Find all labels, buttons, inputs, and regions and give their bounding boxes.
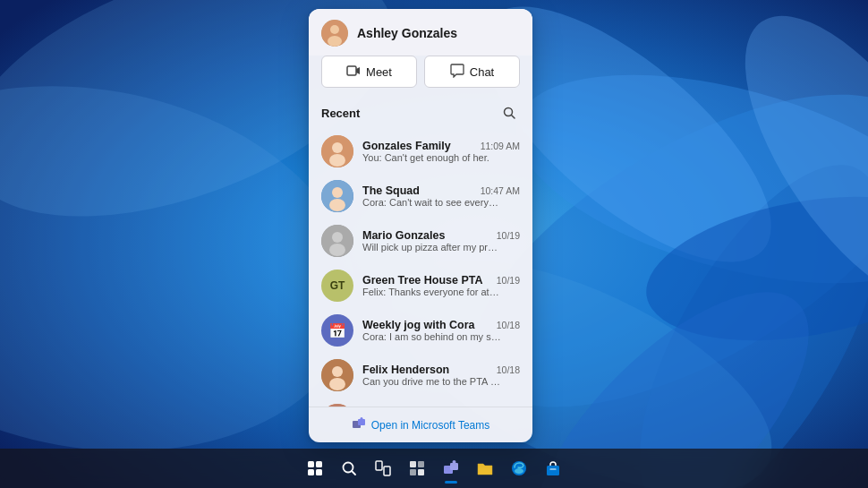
file-explorer-taskbar[interactable] [472, 455, 498, 482]
contact-name-row: Mario Gonzales 10/19 [362, 229, 520, 242]
task-view[interactable] [370, 455, 396, 482]
recent-label: Recent [321, 107, 360, 120]
contact-info: Gonzales Family 11:09 AM You: Can't get … [362, 140, 520, 163]
search-taskbar[interactable] [336, 455, 362, 482]
open-teams-label: Open in Microsoft Teams [371, 419, 490, 432]
teams-icon [352, 416, 366, 433]
contact-avatar [321, 359, 353, 391]
search-recent-button[interactable] [498, 102, 520, 124]
contact-item[interactable]: Felix Henderson 10/18 Can you drive me t… [309, 353, 532, 398]
svg-point-22 [329, 199, 345, 211]
svg-rect-45 [410, 469, 416, 475]
contact-list: Gonzales Family 11:09 AM You: Can't get … [309, 129, 532, 407]
svg-line-40 [352, 471, 355, 475]
svg-point-12 [330, 25, 339, 34]
contact-name: Weekly jog with Cora [362, 319, 475, 331]
chat-icon [450, 64, 464, 81]
svg-point-18 [332, 142, 343, 153]
contact-item[interactable]: GT Green Tree House PTA 10/19 Felix: Tha… [309, 263, 532, 308]
svg-rect-43 [410, 461, 416, 467]
contact-avatar [321, 180, 353, 212]
user-avatar [321, 20, 348, 47]
contact-info: The Squad 10:47 AM Cora: Can't wait to s… [362, 184, 520, 208]
contact-name: Felix Henderson [362, 364, 449, 376]
avatar-icon: 📅 [328, 322, 346, 339]
contact-time: 10/19 [497, 275, 520, 286]
contact-name: The Squad [362, 184, 420, 197]
svg-point-51 [515, 468, 523, 474]
contact-message: You: Can't get enough of her. [362, 152, 501, 163]
recent-header: Recent [309, 98, 532, 129]
contact-avatar: GT [321, 270, 353, 302]
contact-message: Felix: Thanks everyone for attending tod… [362, 287, 501, 297]
meet-icon [346, 64, 361, 81]
contact-message: Can you drive me to the PTA today? [362, 376, 501, 387]
contact-name-row: The Squad 10:47 AM [362, 184, 520, 197]
svg-point-25 [329, 244, 345, 256]
contact-item[interactable]: The Squad 10:47 AM Cora: Can't wait to s… [309, 174, 532, 218]
contact-info: Mario Gonzales 10/19 Will pick up pizza … [362, 229, 520, 253]
svg-rect-36 [316, 461, 322, 467]
contact-name-row: Felix Henderson 10/18 [362, 364, 520, 376]
contact-name-row: Gonzales Family 11:09 AM [362, 140, 520, 152]
contact-item[interactable]: 📅 Weekly jog with Cora 10/18 Cora: I am … [309, 308, 532, 353]
svg-point-24 [332, 232, 343, 243]
svg-rect-41 [376, 461, 382, 470]
chat-panel: Ashley Gonzales Meet Chat Recent [309, 9, 532, 442]
contact-name-row: Green Tree House PTA 10/19 [362, 274, 520, 287]
svg-point-13 [328, 36, 342, 47]
action-buttons: Meet Chat [309, 56, 532, 98]
contact-name: Mario Gonzales [362, 229, 445, 242]
avatar-text: GT [330, 279, 345, 292]
svg-point-28 [329, 378, 345, 390]
panel-header: Ashley Gonzales [309, 9, 532, 56]
edge-taskbar[interactable] [506, 455, 532, 482]
chat-label: Chat [470, 65, 494, 79]
contact-time: 10/19 [497, 230, 520, 241]
contact-name: Green Tree House PTA [362, 274, 483, 287]
contact-item[interactable]: Amber Rodriguez 10/18 That is awesome! L… [309, 398, 532, 407]
taskbar [0, 449, 868, 488]
svg-rect-48 [450, 463, 458, 470]
widgets-taskbar[interactable] [404, 455, 430, 482]
contact-info: Felix Henderson 10/18 Can you drive me t… [362, 364, 520, 387]
svg-rect-35 [308, 461, 314, 467]
teams-taskbar[interactable] [438, 455, 464, 482]
open-teams-button[interactable]: Open in Microsoft Teams [309, 407, 532, 442]
svg-point-21 [332, 187, 343, 198]
contact-time: 10/18 [497, 320, 520, 330]
svg-point-19 [329, 154, 345, 167]
user-name-label: Ashley Gonzales [357, 26, 457, 40]
svg-point-49 [453, 460, 456, 464]
contact-message: Will pick up pizza after my practice. [362, 242, 501, 253]
contact-message: Cora: Can't wait to see everyone! [362, 197, 501, 208]
svg-rect-14 [347, 66, 356, 75]
contact-item[interactable]: Mario Gonzales 10/19 Will pick up pizza … [309, 218, 532, 263]
contact-avatar: 📅 [321, 314, 353, 347]
contact-avatar [321, 135, 353, 167]
store-taskbar[interactable] [540, 455, 566, 482]
meet-label: Meet [366, 65, 392, 79]
svg-rect-37 [308, 469, 314, 475]
svg-rect-38 [316, 469, 322, 475]
svg-point-34 [360, 417, 362, 420]
contact-message: Cora: I am so behind on my step goals [362, 331, 501, 342]
contact-avatar [321, 225, 353, 257]
contact-item[interactable]: Gonzales Family 11:09 AM You: Can't get … [309, 129, 532, 174]
chat-button[interactable]: Chat [424, 56, 520, 88]
contact-name-row: Weekly jog with Cora 10/18 [362, 319, 520, 331]
contact-time: 11:09 AM [481, 141, 520, 151]
svg-point-27 [332, 366, 343, 377]
meet-button[interactable]: Meet [321, 56, 417, 88]
start-button[interactable] [302, 455, 328, 482]
svg-rect-44 [418, 461, 424, 467]
contact-time: 10/18 [497, 364, 520, 375]
contact-info: Weekly jog with Cora 10/18 Cora: I am so… [362, 319, 520, 342]
contact-info: Green Tree House PTA 10/19 Felix: Thanks… [362, 274, 520, 297]
svg-rect-42 [384, 467, 390, 475]
contact-time: 10:47 AM [481, 185, 520, 196]
contact-name: Gonzales Family [362, 140, 451, 152]
svg-rect-52 [547, 466, 559, 475]
svg-line-16 [512, 116, 515, 119]
svg-rect-46 [418, 469, 424, 475]
